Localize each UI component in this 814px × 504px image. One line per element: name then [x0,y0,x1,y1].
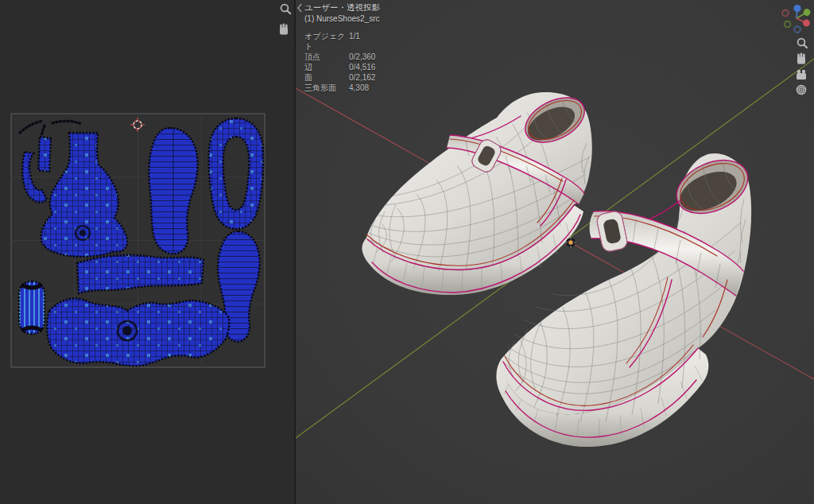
uv-island-loop [19,281,45,334]
stat-row-faces: 面 0/2,162 [304,72,380,83]
shoe-left [362,88,591,295]
axis-ball-x-pos[interactable] [803,20,810,27]
navigation-gizmo[interactable] [782,5,810,33]
uv-island-vamp [47,298,229,366]
uv-editor-pane[interactable] [0,0,294,504]
axis-ball-z-pos[interactable] [793,5,800,12]
axis-ball-x-neg[interactable] [782,10,789,17]
axis-ball-y-pos[interactable] [804,9,811,16]
viewport-overlay-stats: ユーザー・透視投影 (1) NurseShoes2_src オブジェクト 1/1… [304,2,380,93]
active-object-name: (1) NurseShoes2_src [304,14,380,24]
axis-ball-y-neg[interactable] [785,21,791,28]
zoom-icon[interactable] [798,39,807,48]
zoom-icon[interactable] [281,5,291,14]
viewport-pane[interactable]: ユーザー・透視投影 (1) NurseShoes2_src オブジェクト 1/1… [296,0,814,504]
stat-row-triangles: 三角形面 4,308 [304,83,380,93]
axis-ball-z-neg[interactable] [794,26,800,33]
camera-view-icon[interactable] [797,70,806,79]
ortho-grid-icon[interactable] [797,85,805,94]
pan-hand-icon[interactable] [797,52,805,64]
view-label: ユーザー・透視投影 [304,2,380,13]
pan-hand-icon[interactable] [280,23,288,34]
toolbar-chevron-icon[interactable] [298,4,301,12]
stat-row-vertices: 頂点 0/2,360 [304,52,380,62]
stat-row-objects: オブジェクト 1/1 [304,31,380,52]
blender-window: ユーザー・透視投影 (1) NurseShoes2_src オブジェクト 1/1… [0,0,814,504]
stat-row-edges: 辺 0/4,516 [304,62,380,72]
